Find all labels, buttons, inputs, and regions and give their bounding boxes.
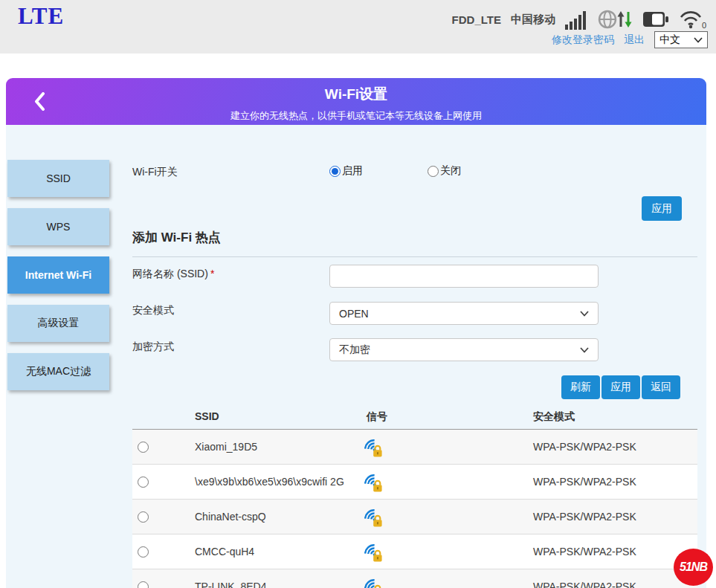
security-mode-label: 安全模式 — [132, 304, 174, 317]
scan-row-radio[interactable] — [138, 546, 149, 558]
scan-row-radio[interactable] — [138, 442, 149, 453]
wifi-clients-icon: 0 — [679, 9, 707, 30]
apply-button[interactable]: 应用 — [601, 375, 640, 399]
refresh-button[interactable]: 刷新 — [561, 375, 600, 399]
page-banner: Wi-Fi设置 建立你的无线热点，以供手机或笔记本等无线设备上网使用 — [6, 78, 706, 125]
content-panel: SSID WPS Internet Wi-Fi 高级设置 无线MAC过滤 Wi-… — [6, 125, 706, 588]
scan-row-security: WPA-PSK/WPA2-PSK — [533, 511, 636, 523]
scan-row-ssid: \xe9\x9b\xb6\xe5\x96\x9cwifi 2G — [195, 476, 344, 488]
scan-row-ssid: TP-LINK_8ED4 — [195, 581, 266, 588]
battery-icon — [642, 10, 669, 28]
table-row: TP-LINK_8ED4 WPA-PSK/WPA2-PSK — [132, 569, 697, 588]
sidebar-item-wps[interactable]: WPS — [7, 208, 109, 245]
wifi-lock-icon — [364, 542, 383, 562]
wifi-lock-icon — [364, 577, 383, 588]
chevron-left-icon — [34, 92, 45, 111]
chevron-down-icon — [580, 311, 589, 317]
chevron-down-icon — [694, 37, 703, 43]
scan-row-security: WPA-PSK/WPA2-PSK — [533, 476, 636, 488]
table-row: CMCC-quH4 WPA-PSK/WPA2-PSK — [132, 534, 697, 569]
table-row: \xe9\x9b\xb6\xe5\x96\x9cwifi 2G WPA-PSK/… — [132, 465, 697, 500]
chevron-down-icon — [580, 347, 589, 353]
security-mode-value: OPEN — [339, 308, 369, 320]
sidebar-item-advanced[interactable]: 高级设置 — [7, 305, 109, 342]
radio-enable[interactable]: 启用 — [329, 164, 363, 178]
radio-enable-label: 启用 — [342, 164, 363, 178]
scan-row-radio[interactable] — [138, 511, 149, 523]
carrier-label: 中国移动 — [511, 13, 555, 27]
wifi-lock-icon — [364, 507, 383, 527]
globe-traffic-icon — [597, 9, 633, 30]
wifi-client-count: 0 — [702, 21, 706, 30]
radio-enable-input[interactable] — [329, 166, 341, 177]
radio-disable-input[interactable] — [428, 166, 439, 177]
return-button[interactable]: 返回 — [642, 375, 680, 399]
required-asterisk: * — [210, 268, 214, 280]
back-button[interactable] — [34, 92, 45, 114]
main-area: Wi-Fi开关 启用 关闭 应用 添加 Wi-Fi 热点 网络名称 (SSID)… — [132, 125, 697, 588]
ssid-input[interactable] — [329, 265, 599, 288]
change-password-link[interactable]: 修改登录密码 — [552, 33, 614, 47]
wifi-lock-icon — [364, 472, 383, 492]
wifi-switch-apply-button[interactable]: 应用 — [642, 196, 682, 221]
wifi-switch-label: Wi-Fi开关 — [132, 166, 178, 179]
scan-row-ssid: Xiaomi_19D5 — [195, 441, 257, 453]
top-header: LTE FDD_LTE 中国移动 — [0, 0, 716, 54]
table-row: Xiaomi_19D5 WPA-PSK/WPA2-PSK — [132, 430, 697, 465]
add-hotspot-heading: 添加 Wi-Fi 热点 — [132, 229, 697, 257]
wifi-switch-row: Wi-Fi开关 启用 关闭 — [132, 165, 697, 180]
header-links: 修改登录密码 退出 中文 — [552, 31, 708, 48]
language-select[interactable]: 中文 — [654, 31, 708, 48]
ssid-field-label: 网络名称 (SSID)* — [132, 268, 214, 281]
column-security: 安全模式 — [533, 410, 575, 424]
signal-bars-icon — [565, 10, 587, 30]
encryption-label: 加密方式 — [132, 340, 174, 354]
sidebar-item-mac-filter[interactable]: 无线MAC过滤 — [7, 353, 109, 390]
radio-disable[interactable]: 关闭 — [428, 164, 461, 178]
scan-row-ssid: ChinaNet-cspQ — [195, 511, 266, 523]
page-subtitle: 建立你的无线热点，以供手机或笔记本等无线设备上网使用 — [6, 109, 706, 123]
scan-row-radio[interactable] — [138, 476, 149, 488]
radio-disable-label: 关闭 — [440, 164, 461, 178]
status-bar: FDD_LTE 中国移动 — [452, 8, 707, 30]
column-ssid: SSID — [195, 410, 219, 422]
encryption-select[interactable]: 不加密 — [329, 338, 599, 361]
wifi-lock-icon — [364, 437, 383, 457]
scan-row-radio[interactable] — [138, 581, 149, 588]
scan-row-security: WPA-PSK/WPA2-PSK — [533, 441, 636, 453]
encryption-value: 不加密 — [339, 343, 370, 357]
scan-table-header: SSID 信号 安全模式 — [132, 404, 697, 430]
security-mode-select[interactable]: OPEN — [329, 302, 599, 325]
scan-row-ssid: CMCC-quH4 — [195, 546, 254, 558]
table-row: ChinaNet-cspQ WPA-PSK/WPA2-PSK — [132, 500, 697, 534]
forum-watermark-logo: 51NB — [674, 549, 713, 586]
scan-row-security: WPA-PSK/WPA2-PSK — [533, 581, 636, 588]
page-title: Wi-Fi设置 — [6, 78, 706, 104]
sidebar-item-ssid[interactable]: SSID — [7, 160, 109, 197]
language-selected: 中文 — [659, 33, 680, 47]
logout-link[interactable]: 退出 — [624, 33, 645, 47]
lte-logo: LTE — [18, 3, 64, 30]
scan-row-security: WPA-PSK/WPA2-PSK — [533, 546, 636, 558]
network-type-label: FDD_LTE — [452, 13, 501, 26]
column-signal: 信号 — [367, 410, 387, 424]
sidebar-item-internet-wifi[interactable]: Internet Wi-Fi — [7, 256, 109, 294]
